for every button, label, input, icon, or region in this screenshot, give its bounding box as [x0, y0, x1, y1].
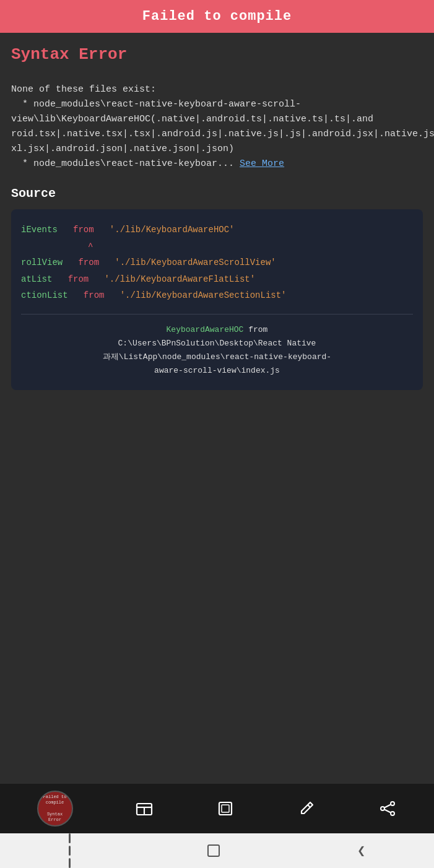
code-line-4: ctionList from './lib/KeyboardAwareSecti… [21, 287, 413, 304]
code-prefix-2: rollView [21, 258, 63, 267]
syntax-error-title: Syntax Error [11, 45, 423, 64]
source-block: iEvents from './lib/KeyboardAwareHOC' ^ … [11, 209, 423, 390]
svg-point-5 [391, 802, 394, 805]
expand-button[interactable] [134, 799, 154, 818]
code-keyword-2: from [78, 258, 99, 267]
error-path-block: KeyboardAwareHOC from C:\Users\BPnSoluti… [21, 314, 413, 378]
svg-rect-4 [222, 805, 229, 812]
code-area: iEvents from './lib/KeyboardAwareHOC' ^ … [21, 222, 413, 304]
recents-icon [69, 833, 71, 868]
error-description: None of these files exist: * node_module… [11, 82, 423, 171]
error-module-name: KeyboardAwareHOC [167, 325, 244, 334]
code-keyword-4: from [84, 290, 105, 300]
top-bar-title: Failed to compile [142, 9, 292, 24]
bottom-toolbar: Failed tocompileSyntaxError [0, 784, 434, 833]
main-content: Syntax Error None of these files exist: … [0, 33, 434, 784]
error-from-keyword: from [248, 325, 267, 334]
top-bar: Failed to compile [0, 0, 434, 33]
code-keyword-1: from [73, 225, 94, 235]
code-keyword-3: from [68, 274, 89, 284]
svg-point-6 [381, 807, 384, 810]
svg-line-8 [384, 805, 391, 808]
code-prefix-4: ctionList [21, 290, 68, 300]
home-icon [207, 844, 220, 857]
back-icon: ❮ [357, 843, 365, 859]
code-string-2: './lib/KeyboardAwareScrollView' [115, 258, 276, 267]
android-nav-bar: ❮ [0, 833, 434, 868]
caret-symbol: ^ [88, 241, 93, 251]
code-string-4: './lib/KeyboardAwareSectionList' [120, 290, 287, 300]
code-line-1: iEvents from './lib/KeyboardAwareHOC' [21, 222, 413, 238]
pencil-button[interactable] [297, 799, 316, 818]
thumbnail-preview[interactable]: Failed tocompileSyntaxError [37, 791, 73, 827]
nav-home-button[interactable] [207, 844, 220, 857]
nav-back-button[interactable]: ❮ [357, 843, 365, 859]
error-path-text: KeyboardAwareHOC from C:\Users\BPnSoluti… [21, 323, 413, 378]
see-more-link[interactable]: See More [240, 158, 284, 169]
code-string-1: './lib/KeyboardAwareHOC' [110, 225, 235, 235]
source-section-title: Source [11, 186, 423, 201]
share-button[interactable] [378, 799, 397, 818]
code-line-3: atList from './lib/KeyboardAwareFlatList… [21, 271, 413, 288]
code-line-2: rollView from './lib/KeyboardAwareScroll… [21, 254, 413, 271]
code-prefix-1: iEvents [21, 225, 58, 235]
code-string-3: './lib/KeyboardAwareFlatList' [104, 274, 255, 284]
code-prefix-3: atList [21, 274, 52, 284]
svg-line-9 [384, 810, 391, 813]
error-item-1: * node_modules\react-native-keyboard-awa… [11, 99, 434, 169]
svg-point-7 [391, 812, 394, 815]
caret-line: ^ [21, 238, 413, 255]
thumbnail-text: Failed tocompileSyntaxError [41, 792, 69, 824]
svg-rect-3 [219, 802, 232, 815]
error-description-prefix: None of these files exist: [11, 84, 156, 95]
error-full-path: C:\Users\BPnSolution\Desktop\React Nativ… [103, 339, 331, 375]
window-button[interactable] [215, 799, 235, 818]
nav-recents-button[interactable] [69, 833, 71, 868]
